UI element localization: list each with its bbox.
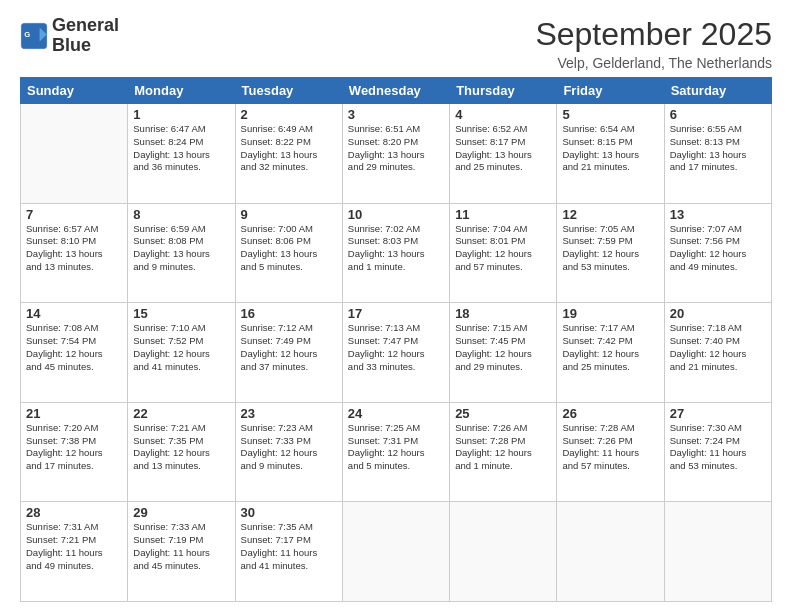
calendar-cell: 28Sunrise: 7:31 AMSunset: 7:21 PMDayligh… xyxy=(21,502,128,602)
cell-day-number: 2 xyxy=(241,107,337,122)
cell-day-number: 13 xyxy=(670,207,766,222)
calendar-cell: 9Sunrise: 7:00 AMSunset: 8:06 PMDaylight… xyxy=(235,203,342,303)
cell-day-number: 12 xyxy=(562,207,658,222)
cell-info: Sunrise: 7:17 AMSunset: 7:42 PMDaylight:… xyxy=(562,322,658,373)
cell-info: Sunrise: 6:55 AMSunset: 8:13 PMDaylight:… xyxy=(670,123,766,174)
cell-info: Sunrise: 7:10 AMSunset: 7:52 PMDaylight:… xyxy=(133,322,229,373)
cell-info: Sunrise: 7:05 AMSunset: 7:59 PMDaylight:… xyxy=(562,223,658,274)
calendar-cell: 30Sunrise: 7:35 AMSunset: 7:17 PMDayligh… xyxy=(235,502,342,602)
calendar-cell: 12Sunrise: 7:05 AMSunset: 7:59 PMDayligh… xyxy=(557,203,664,303)
calendar-cell: 11Sunrise: 7:04 AMSunset: 8:01 PMDayligh… xyxy=(450,203,557,303)
header-wednesday: Wednesday xyxy=(342,78,449,104)
cell-info: Sunrise: 6:51 AMSunset: 8:20 PMDaylight:… xyxy=(348,123,444,174)
cell-info: Sunrise: 7:33 AMSunset: 7:19 PMDaylight:… xyxy=(133,521,229,572)
cell-day-number: 19 xyxy=(562,306,658,321)
cell-day-number: 9 xyxy=(241,207,337,222)
cell-info: Sunrise: 6:57 AMSunset: 8:10 PMDaylight:… xyxy=(26,223,122,274)
calendar-cell: 8Sunrise: 6:59 AMSunset: 8:08 PMDaylight… xyxy=(128,203,235,303)
cell-info: Sunrise: 6:59 AMSunset: 8:08 PMDaylight:… xyxy=(133,223,229,274)
cell-day-number: 17 xyxy=(348,306,444,321)
calendar-cell: 27Sunrise: 7:30 AMSunset: 7:24 PMDayligh… xyxy=(664,402,771,502)
calendar-cell: 18Sunrise: 7:15 AMSunset: 7:45 PMDayligh… xyxy=(450,303,557,403)
cell-day-number: 23 xyxy=(241,406,337,421)
logo-text: General Blue xyxy=(52,16,119,56)
cell-day-number: 10 xyxy=(348,207,444,222)
cell-info: Sunrise: 6:52 AMSunset: 8:17 PMDaylight:… xyxy=(455,123,551,174)
calendar-cell: 23Sunrise: 7:23 AMSunset: 7:33 PMDayligh… xyxy=(235,402,342,502)
cell-info: Sunrise: 7:08 AMSunset: 7:54 PMDaylight:… xyxy=(26,322,122,373)
cell-day-number: 30 xyxy=(241,505,337,520)
calendar-cell: 25Sunrise: 7:26 AMSunset: 7:28 PMDayligh… xyxy=(450,402,557,502)
cell-info: Sunrise: 7:30 AMSunset: 7:24 PMDaylight:… xyxy=(670,422,766,473)
calendar-cell: 16Sunrise: 7:12 AMSunset: 7:49 PMDayligh… xyxy=(235,303,342,403)
calendar-page: G General Blue September 2025 Velp, Geld… xyxy=(0,0,792,612)
cell-day-number: 1 xyxy=(133,107,229,122)
cell-day-number: 24 xyxy=(348,406,444,421)
header-saturday: Saturday xyxy=(664,78,771,104)
calendar-cell xyxy=(557,502,664,602)
cell-day-number: 8 xyxy=(133,207,229,222)
cell-info: Sunrise: 7:28 AMSunset: 7:26 PMDaylight:… xyxy=(562,422,658,473)
cell-info: Sunrise: 6:54 AMSunset: 8:15 PMDaylight:… xyxy=(562,123,658,174)
cell-info: Sunrise: 7:04 AMSunset: 8:01 PMDaylight:… xyxy=(455,223,551,274)
svg-text:G: G xyxy=(24,30,30,39)
cell-day-number: 15 xyxy=(133,306,229,321)
cell-info: Sunrise: 7:15 AMSunset: 7:45 PMDaylight:… xyxy=(455,322,551,373)
cell-info: Sunrise: 7:13 AMSunset: 7:47 PMDaylight:… xyxy=(348,322,444,373)
calendar-cell: 2Sunrise: 6:49 AMSunset: 8:22 PMDaylight… xyxy=(235,104,342,204)
logo-icon: G xyxy=(20,22,48,50)
cell-day-number: 4 xyxy=(455,107,551,122)
cell-day-number: 14 xyxy=(26,306,122,321)
calendar-cell: 4Sunrise: 6:52 AMSunset: 8:17 PMDaylight… xyxy=(450,104,557,204)
cell-info: Sunrise: 7:02 AMSunset: 8:03 PMDaylight:… xyxy=(348,223,444,274)
calendar-header-row: SundayMondayTuesdayWednesdayThursdayFrid… xyxy=(21,78,772,104)
cell-day-number: 26 xyxy=(562,406,658,421)
calendar-cell xyxy=(342,502,449,602)
calendar-cell: 13Sunrise: 7:07 AMSunset: 7:56 PMDayligh… xyxy=(664,203,771,303)
cell-info: Sunrise: 7:07 AMSunset: 7:56 PMDaylight:… xyxy=(670,223,766,274)
calendar-cell: 1Sunrise: 6:47 AMSunset: 8:24 PMDaylight… xyxy=(128,104,235,204)
cell-day-number: 16 xyxy=(241,306,337,321)
header-sunday: Sunday xyxy=(21,78,128,104)
cell-info: Sunrise: 7:23 AMSunset: 7:33 PMDaylight:… xyxy=(241,422,337,473)
cell-info: Sunrise: 7:12 AMSunset: 7:49 PMDaylight:… xyxy=(241,322,337,373)
cell-day-number: 22 xyxy=(133,406,229,421)
subtitle: Velp, Gelderland, The Netherlands xyxy=(535,55,772,71)
cell-info: Sunrise: 6:47 AMSunset: 8:24 PMDaylight:… xyxy=(133,123,229,174)
calendar-cell: 24Sunrise: 7:25 AMSunset: 7:31 PMDayligh… xyxy=(342,402,449,502)
calendar-cell xyxy=(664,502,771,602)
calendar-cell: 5Sunrise: 6:54 AMSunset: 8:15 PMDaylight… xyxy=(557,104,664,204)
cell-day-number: 28 xyxy=(26,505,122,520)
header-tuesday: Tuesday xyxy=(235,78,342,104)
calendar-cell: 22Sunrise: 7:21 AMSunset: 7:35 PMDayligh… xyxy=(128,402,235,502)
cell-info: Sunrise: 7:00 AMSunset: 8:06 PMDaylight:… xyxy=(241,223,337,274)
logo-line1: General xyxy=(52,16,119,36)
cell-info: Sunrise: 7:18 AMSunset: 7:40 PMDaylight:… xyxy=(670,322,766,373)
cell-day-number: 11 xyxy=(455,207,551,222)
calendar-cell: 14Sunrise: 7:08 AMSunset: 7:54 PMDayligh… xyxy=(21,303,128,403)
calendar-cell: 7Sunrise: 6:57 AMSunset: 8:10 PMDaylight… xyxy=(21,203,128,303)
calendar-cell: 10Sunrise: 7:02 AMSunset: 8:03 PMDayligh… xyxy=(342,203,449,303)
cell-info: Sunrise: 7:20 AMSunset: 7:38 PMDaylight:… xyxy=(26,422,122,473)
cell-info: Sunrise: 7:21 AMSunset: 7:35 PMDaylight:… xyxy=(133,422,229,473)
cell-day-number: 29 xyxy=(133,505,229,520)
cell-day-number: 6 xyxy=(670,107,766,122)
calendar-table: SundayMondayTuesdayWednesdayThursdayFrid… xyxy=(20,77,772,602)
calendar-cell: 17Sunrise: 7:13 AMSunset: 7:47 PMDayligh… xyxy=(342,303,449,403)
cell-day-number: 21 xyxy=(26,406,122,421)
cell-info: Sunrise: 7:35 AMSunset: 7:17 PMDaylight:… xyxy=(241,521,337,572)
cell-info: Sunrise: 7:31 AMSunset: 7:21 PMDaylight:… xyxy=(26,521,122,572)
calendar-cell: 21Sunrise: 7:20 AMSunset: 7:38 PMDayligh… xyxy=(21,402,128,502)
cell-info: Sunrise: 6:49 AMSunset: 8:22 PMDaylight:… xyxy=(241,123,337,174)
header-monday: Monday xyxy=(128,78,235,104)
cell-day-number: 3 xyxy=(348,107,444,122)
cell-day-number: 5 xyxy=(562,107,658,122)
header-friday: Friday xyxy=(557,78,664,104)
header-thursday: Thursday xyxy=(450,78,557,104)
calendar-week-3: 14Sunrise: 7:08 AMSunset: 7:54 PMDayligh… xyxy=(21,303,772,403)
cell-day-number: 18 xyxy=(455,306,551,321)
calendar-cell: 6Sunrise: 6:55 AMSunset: 8:13 PMDaylight… xyxy=(664,104,771,204)
logo: G General Blue xyxy=(20,16,119,56)
calendar-cell: 20Sunrise: 7:18 AMSunset: 7:40 PMDayligh… xyxy=(664,303,771,403)
calendar-cell xyxy=(21,104,128,204)
